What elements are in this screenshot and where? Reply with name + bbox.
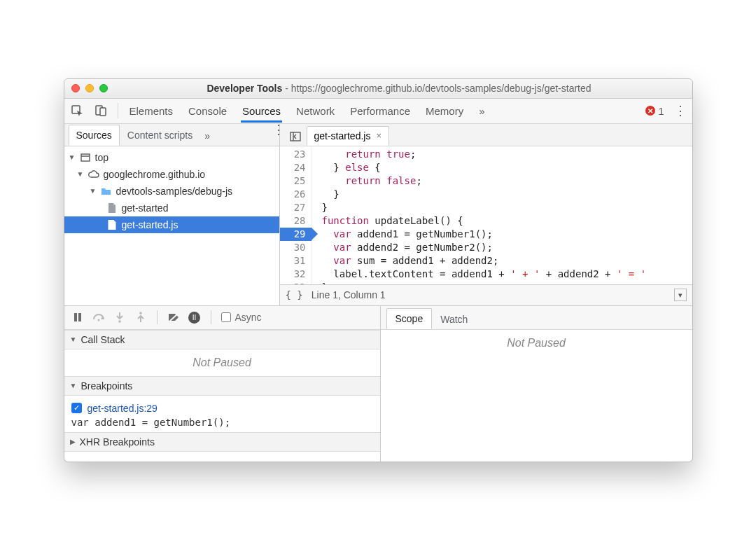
code-line[interactable]: return true; xyxy=(322,148,692,161)
code-line[interactable]: } xyxy=(322,201,692,214)
code-line[interactable]: } xyxy=(322,188,692,201)
tab-performance[interactable]: Performance xyxy=(349,99,412,123)
titlebar: Developer Tools - https://googlechrome.g… xyxy=(64,79,692,99)
close-tab-icon[interactable]: × xyxy=(376,130,382,141)
code-line[interactable]: } else { xyxy=(322,161,692,174)
navtab-content-scripts[interactable]: Content scripts xyxy=(120,125,200,146)
toolbar-separator xyxy=(118,103,118,118)
code-line[interactable]: label.textContent = addend1 + ' + ' + ad… xyxy=(322,268,692,281)
app-name: Developer Tools xyxy=(206,83,282,94)
tab-memory[interactable]: Memory xyxy=(424,99,465,123)
async-checkbox[interactable]: Async xyxy=(221,312,262,323)
settings-menu-icon[interactable]: ⋮ xyxy=(674,109,687,112)
line-number[interactable]: 24 xyxy=(280,161,306,174)
editor-statusbar: { } Line 1, Column 1 ▾ xyxy=(280,284,692,305)
editor-pane: get-started.js × 23242526272829303132333… xyxy=(280,124,692,305)
navtabs-overflow-icon[interactable]: » xyxy=(200,126,214,146)
checkbox-checked-icon[interactable]: ✓ xyxy=(71,403,82,413)
expand-arrow-icon: ▼ xyxy=(77,170,84,178)
step-over-icon[interactable] xyxy=(92,311,105,324)
breakpoint-location: get-started.js:29 xyxy=(88,403,158,414)
section-xhr-breakpoints[interactable]: ▶ XHR Breakpoints xyxy=(64,432,380,452)
tab-network[interactable]: Network xyxy=(295,99,336,123)
tab-scope[interactable]: Scope xyxy=(386,308,433,329)
svg-rect-2 xyxy=(100,108,106,116)
code-line[interactable]: var addend2 = getNumber2(); xyxy=(322,241,692,254)
toggle-navigator-icon[interactable] xyxy=(284,127,307,146)
line-number[interactable]: 23 xyxy=(280,148,306,161)
tree-label: top xyxy=(95,152,108,163)
breakpoint-item[interactable]: ✓ get-started.js:29 xyxy=(71,400,373,417)
cursor-position: Line 1, Column 1 xyxy=(312,289,386,300)
document-icon xyxy=(106,219,118,230)
svg-point-9 xyxy=(97,319,99,321)
line-number[interactable]: 26 xyxy=(280,188,306,201)
tree-node-top[interactable]: ▼ top xyxy=(64,149,279,166)
line-number[interactable]: 29 xyxy=(280,228,312,241)
editor-tabbar: get-started.js × xyxy=(280,124,692,146)
device-toggle-icon[interactable] xyxy=(94,104,108,118)
line-number[interactable]: 28 xyxy=(280,214,306,228)
line-number[interactable]: 32 xyxy=(280,268,306,281)
debugger-pane: II Async ▼ Call Stack Not Paused ▼ Break… xyxy=(64,306,692,462)
zoom-window-button[interactable] xyxy=(99,84,108,92)
tree-label: get-started xyxy=(122,202,169,214)
collapse-arrow-icon: ▼ xyxy=(70,382,77,389)
tree-node-domain[interactable]: ▼ googlechrome.github.io xyxy=(64,166,279,183)
expand-arrow-icon: ▼ xyxy=(69,153,76,161)
code-line[interactable]: function updateLabel() { xyxy=(322,214,692,228)
code-line[interactable]: var sum = addend1 + addend2; xyxy=(322,254,692,268)
code-line[interactable]: return false; xyxy=(322,174,692,188)
window-url: https://googlechrome.github.io/devtools-… xyxy=(291,83,592,94)
editor-file-tab[interactable]: get-started.js × xyxy=(307,126,390,146)
async-label: Async xyxy=(235,312,262,323)
svg-rect-7 xyxy=(74,313,77,321)
navigator-menu-icon[interactable]: ⋮ xyxy=(267,124,279,146)
section-call-stack[interactable]: ▼ Call Stack xyxy=(64,330,380,349)
section-breakpoints[interactable]: ▼ Breakpoints xyxy=(64,376,380,396)
svg-rect-3 xyxy=(81,154,90,161)
line-number[interactable]: 31 xyxy=(280,254,306,268)
devtools-window: Developer Tools - https://googlechrome.g… xyxy=(64,78,693,462)
close-window-button[interactable] xyxy=(71,84,80,92)
line-number[interactable]: 30 xyxy=(280,241,306,254)
tabs-overflow-icon[interactable]: » xyxy=(477,99,486,123)
code-line[interactable]: var addend1 = getNumber1(); xyxy=(322,228,692,241)
document-icon xyxy=(106,202,118,214)
inspect-icon[interactable] xyxy=(70,104,84,118)
line-gutter[interactable]: 232425262728293031323334 xyxy=(280,146,312,284)
main-toolbar: Elements Console Sources Network Perform… xyxy=(64,99,692,124)
error-badge[interactable]: ✕ 1 xyxy=(645,105,664,117)
tab-console[interactable]: Console xyxy=(187,99,228,123)
tab-elements[interactable]: Elements xyxy=(128,99,175,123)
navtab-sources[interactable]: Sources xyxy=(69,125,120,146)
code-content[interactable]: return true; } else { return false; }}fu… xyxy=(312,146,692,284)
minimize-window-button[interactable] xyxy=(85,84,94,92)
error-icon: ✕ xyxy=(645,106,655,116)
step-out-icon[interactable] xyxy=(134,311,147,324)
show-console-icon[interactable]: ▾ xyxy=(674,289,687,301)
async-checkbox-input[interactable] xyxy=(221,312,231,322)
line-number[interactable]: 25 xyxy=(280,174,306,188)
tree-label: get-started.js xyxy=(122,219,178,230)
tree-node-file-selected[interactable]: get-started.js xyxy=(64,216,279,233)
step-into-icon[interactable] xyxy=(113,311,126,324)
tree-node-folder[interactable]: ▼ devtools-samples/debug-js xyxy=(64,183,279,200)
pretty-print-icon[interactable]: { } xyxy=(286,289,303,300)
window-title: Developer Tools - https://googlechrome.g… xyxy=(113,83,685,94)
file-tab-label: get-started.js xyxy=(314,130,371,141)
pause-on-exceptions-icon[interactable]: II xyxy=(188,311,201,324)
breakpoints-list: ✓ get-started.js:29 var addend1 = getNum… xyxy=(64,396,380,432)
line-number[interactable]: 27 xyxy=(280,201,306,214)
tree-node-file[interactable]: get-started xyxy=(64,200,279,216)
title-separator: - xyxy=(285,83,291,94)
pause-icon[interactable] xyxy=(71,311,84,324)
expand-arrow-icon: ▶ xyxy=(70,438,76,445)
folder-icon xyxy=(101,186,112,197)
deactivate-breakpoints-icon[interactable] xyxy=(167,311,180,324)
tab-watch[interactable]: Watch xyxy=(432,310,476,329)
tab-sources[interactable]: Sources xyxy=(241,99,282,123)
toolbar-separator xyxy=(157,310,158,324)
scope-empty: Not Paused xyxy=(381,330,692,356)
code-editor[interactable]: 232425262728293031323334 return true; } … xyxy=(280,146,692,284)
